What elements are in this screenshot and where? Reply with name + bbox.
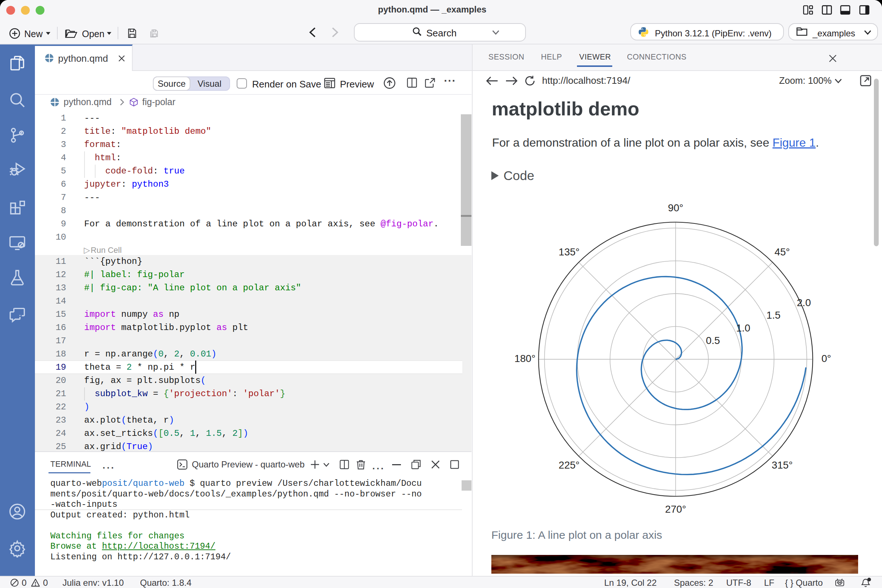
svg-text:90°: 90° bbox=[668, 202, 684, 213]
svg-text:315°: 315° bbox=[772, 459, 793, 471]
svg-text:270°: 270° bbox=[665, 504, 686, 515]
svg-text:1.5: 1.5 bbox=[766, 309, 781, 321]
svg-text:180°: 180° bbox=[514, 353, 536, 364]
svg-text:0°: 0° bbox=[821, 353, 831, 364]
svg-text:2.0: 2.0 bbox=[797, 297, 811, 308]
svg-text:0.5: 0.5 bbox=[706, 335, 720, 346]
svg-text:45°: 45° bbox=[775, 246, 790, 258]
svg-text:225°: 225° bbox=[559, 459, 579, 471]
svg-text:135°: 135° bbox=[559, 246, 579, 258]
svg-text:1.0: 1.0 bbox=[736, 322, 750, 334]
